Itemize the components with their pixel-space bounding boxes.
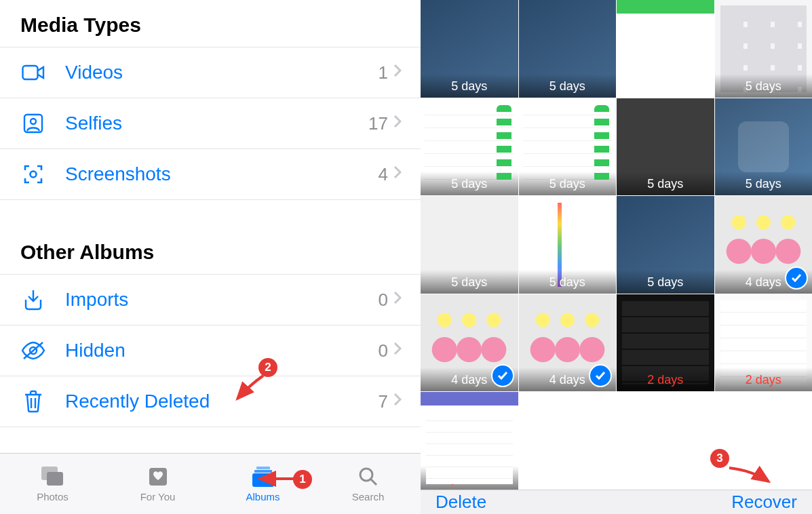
days-remaining-label: 5 days <box>519 172 617 195</box>
photo-thumbnail[interactable]: 5 days <box>715 98 813 196</box>
svg-rect-0 <box>23 66 38 79</box>
photo-thumbnail[interactable]: 4 days <box>519 294 617 392</box>
recently-deleted-count: 7 <box>379 391 393 412</box>
photo-thumbnail[interactable]: 5 days <box>519 98 617 196</box>
days-remaining-label: 5 days <box>421 172 518 195</box>
photo-thumbnail[interactable]: 5 days <box>617 98 714 196</box>
delete-button[interactable]: Delete <box>436 492 486 513</box>
days-remaining-label: 2 days <box>617 368 714 391</box>
selfies-count: 17 <box>368 113 393 134</box>
svg-rect-9 <box>47 472 63 486</box>
bottom-tabbar: Photos For You Albums Search <box>0 453 421 514</box>
days-remaining-label: 5 days <box>715 172 813 195</box>
chevron-right-icon <box>393 165 402 183</box>
days-remaining-label: 2 days <box>715 368 813 391</box>
videos-row[interactable]: Videos 1 <box>0 47 421 98</box>
selfies-label: Selfies <box>46 113 368 134</box>
video-icon <box>20 60 46 85</box>
albums-panel: Media Types Videos 1 Selfies 17 <box>0 0 421 514</box>
tab-search[interactable]: Search <box>315 454 421 514</box>
photo-thumbnail[interactable]: 4 days <box>421 294 518 392</box>
imports-row[interactable]: Imports 0 <box>0 274 421 325</box>
selected-check-icon <box>491 364 514 387</box>
albums-tab-icon <box>252 465 275 488</box>
chevron-right-icon <box>393 115 402 132</box>
svg-line-15 <box>371 479 376 485</box>
photo-grid: 5 days5 days5 days5 days5 days5 days5 da… <box>421 0 812 490</box>
other-albums-heading: Other Albums <box>0 200 421 274</box>
photo-thumbnail[interactable]: 5 days <box>617 196 714 294</box>
imports-icon <box>20 287 46 313</box>
imports-count: 0 <box>379 290 393 311</box>
hidden-row[interactable]: Hidden 0 <box>0 325 421 376</box>
media-types-heading: Media Types <box>0 0 421 47</box>
recently-deleted-row[interactable]: Recently Deleted 7 <box>0 376 421 427</box>
selected-check-icon <box>785 266 808 290</box>
tab-photos[interactable]: Photos <box>0 454 105 514</box>
hidden-count: 0 <box>379 340 393 361</box>
selfies-row[interactable]: Selfies 17 <box>0 98 421 149</box>
chevron-right-icon <box>393 291 402 309</box>
svg-rect-11 <box>256 467 270 469</box>
chevron-right-icon <box>393 393 402 410</box>
foryou-tab-icon <box>147 465 170 488</box>
svg-point-2 <box>31 119 36 124</box>
screenshots-count: 4 <box>379 164 393 185</box>
days-remaining-label: 5 days <box>617 270 714 294</box>
media-types-list: Videos 1 Selfies 17 Scre <box>0 47 421 200</box>
recover-button[interactable]: Recover <box>731 492 797 513</box>
photo-thumbnail[interactable] <box>617 0 714 98</box>
chevron-right-icon <box>393 64 402 81</box>
tab-albums[interactable]: Albums <box>210 454 315 514</box>
screenshots-label: Screenshots <box>46 163 379 185</box>
trash-icon <box>20 389 46 414</box>
photo-thumbnail[interactable]: 5 days <box>519 196 617 294</box>
days-remaining-label: 5 days <box>519 270 617 294</box>
other-albums-list: Imports 0 Hidden 0 Recen <box>0 274 421 427</box>
photo-thumbnail[interactable]: 4 days <box>715 196 813 294</box>
svg-point-3 <box>31 172 37 178</box>
videos-label: Videos <box>46 62 379 83</box>
hidden-label: Hidden <box>46 340 379 361</box>
photo-thumbnail[interactable]: 5 days <box>421 98 518 196</box>
photo-thumbnail[interactable]: 5 days <box>421 196 518 294</box>
selfie-icon <box>20 111 46 136</box>
tab-photos-label: Photos <box>37 491 69 502</box>
svg-rect-12 <box>254 470 272 473</box>
screenshots-icon <box>20 161 46 187</box>
selected-check-icon <box>589 364 612 387</box>
svg-rect-13 <box>252 473 274 487</box>
photo-thumbnail[interactable]: 5 days <box>715 0 813 98</box>
days-remaining-label: 5 days <box>421 74 518 98</box>
days-remaining-label: 2 days <box>421 466 518 490</box>
photo-thumbnail[interactable]: 2 days <box>715 294 813 392</box>
photo-thumbnail[interactable]: 5 days <box>519 0 617 98</box>
tab-foryou[interactable]: For You <box>105 454 210 514</box>
tab-search-label: Search <box>352 491 385 502</box>
photo-thumbnail[interactable]: 5 days <box>421 0 518 98</box>
photo-thumbnail[interactable]: 2 days <box>617 294 714 392</box>
photo-thumbnail[interactable]: 2 days <box>421 392 518 490</box>
tab-albums-label: Albums <box>246 491 279 502</box>
days-remaining-label: 5 days <box>519 74 617 98</box>
svg-point-14 <box>360 469 372 481</box>
days-remaining-label: 5 days <box>715 74 813 98</box>
search-tab-icon <box>357 465 380 488</box>
chevron-right-icon <box>393 342 402 359</box>
tab-foryou-label: For You <box>140 491 176 502</box>
videos-count: 1 <box>379 62 393 83</box>
recently-deleted-panel: 5 days5 days5 days5 days5 days5 days5 da… <box>421 0 812 514</box>
hidden-icon <box>20 338 46 363</box>
screenshots-row[interactable]: Screenshots 4 <box>0 149 421 200</box>
days-remaining-label: 5 days <box>421 270 518 294</box>
selection-toolbar: Delete Recover <box>421 490 812 515</box>
imports-label: Imports <box>46 289 379 311</box>
days-remaining-label: 5 days <box>617 172 714 195</box>
recently-deleted-label: Recently Deleted <box>46 391 379 412</box>
photos-tab-icon <box>41 465 64 488</box>
